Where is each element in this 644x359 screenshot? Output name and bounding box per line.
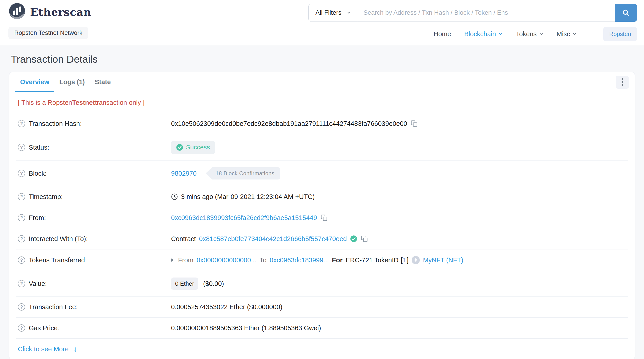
notice-text: [ This is a Ropsten — [18, 99, 72, 106]
more-options-button[interactable] — [616, 76, 629, 89]
arrow-down-icon: ↓ — [74, 345, 77, 353]
help-icon[interactable]: ? — [18, 235, 25, 242]
notice-bold: Testnet — [72, 99, 95, 106]
overview-rows: [ This is a Ropsten Testnet transaction … — [9, 92, 635, 359]
tab-overview[interactable]: Overview — [15, 72, 54, 92]
contract-prefix: Contract — [171, 235, 196, 243]
token-to-label: To — [260, 256, 266, 264]
search-input[interactable] — [358, 4, 615, 22]
search-button[interactable] — [615, 4, 637, 22]
nav-item-home[interactable]: Home — [434, 30, 451, 38]
row-tokens-transferred: ? Tokens Transferred: From 0x00000000000… — [16, 250, 628, 271]
row-label-text: Tokens Transferred: — [29, 256, 87, 264]
help-icon[interactable]: ? — [18, 280, 25, 287]
row-status: ? Status: Success — [16, 134, 628, 161]
etherscan-logo[interactable]: Etherscan — [8, 3, 92, 21]
token-name-link[interactable]: MyNFT (NFT) — [423, 256, 463, 264]
help-icon[interactable]: ? — [18, 120, 25, 127]
copy-icon — [411, 120, 418, 127]
search-filter-label: All Filters — [316, 9, 342, 16]
token-id-link[interactable]: 1 — [403, 256, 406, 264]
row-see-more: Click to see More ↓ — [16, 339, 628, 359]
row-label-text: Timestamp: — [29, 193, 63, 200]
bracket: [ — [401, 256, 402, 264]
from-address-link[interactable]: 0xc0963dc1839993fc65fa26cd2f9b6ae5a15154… — [171, 214, 317, 222]
contract-address-link[interactable]: 0x81c587eb0fe773404c42c1d2666b5f557c470e… — [199, 235, 347, 243]
tabs-bar: Overview Logs (1) State — [9, 72, 635, 92]
testnet-notice: [ This is a Ropsten Testnet transaction … — [16, 92, 628, 113]
search-icon — [622, 9, 630, 16]
help-icon[interactable]: ? — [18, 256, 25, 264]
caret-right-icon — [171, 258, 174, 262]
network-selector-button[interactable]: Ropsten — [603, 27, 637, 41]
row-timestamp: ? Timestamp: 3 mins ago (Mar-09-2021 12:… — [16, 186, 628, 207]
chevron-down-icon — [572, 32, 577, 36]
chevron-down-icon — [539, 32, 544, 36]
nav-label: Home — [434, 30, 451, 38]
value-usd: ($0.00) — [203, 280, 224, 288]
token-for-label: For — [332, 256, 342, 264]
etherscan-logo-text: Etherscan — [30, 6, 92, 18]
timestamp-value: 3 mins ago (Mar-09-2021 12:23:04 AM +UTC… — [181, 193, 315, 200]
nav-divider — [590, 28, 590, 40]
nav-label: Tokens — [516, 30, 537, 38]
token-to-address-link[interactable]: 0xc0963dc183999... — [270, 256, 329, 264]
copy-button[interactable] — [410, 120, 418, 128]
token-from-label: From — [178, 256, 194, 264]
see-more-text: Click to see More — [18, 345, 68, 353]
token-from-address-link[interactable]: 0x0000000000000... — [197, 256, 256, 264]
help-icon[interactable]: ? — [18, 214, 25, 222]
bracket: ] — [407, 256, 408, 264]
row-from: ? From: 0xc0963dc1839993fc65fa26cd2f9b6a… — [16, 207, 628, 228]
check-circle-icon — [176, 144, 183, 151]
etherscan-logo-icon — [8, 3, 27, 21]
nav-label: Misc — [557, 30, 570, 38]
see-more-link[interactable]: Click to see More ↓ — [18, 345, 77, 353]
nav-item-blockchain[interactable]: Blockchain — [464, 30, 502, 38]
copy-button[interactable] — [320, 214, 328, 222]
transaction-hash-value: 0x10e5062309de0cd0be7edc92e8dbab191aa279… — [171, 120, 407, 128]
help-icon[interactable]: ? — [18, 193, 25, 200]
nav-label: Blockchain — [464, 30, 496, 38]
help-icon[interactable]: ? — [18, 303, 25, 310]
row-block: ? Block: 9802970 18 Block Confirmations — [16, 161, 628, 186]
transaction-fee-value: 0.00052574353022 Ether ($0.000000) — [171, 303, 282, 311]
network-badge: Ropsten Testnet Network — [8, 27, 88, 39]
transaction-card: Overview Logs (1) State [ This is a Rops… — [9, 72, 635, 359]
nav-item-tokens[interactable]: Tokens — [516, 30, 544, 38]
row-interacted-with: ? Interacted With (To): Contract 0x81c58… — [16, 228, 628, 250]
row-transaction-hash: ? Transaction Hash: 0x10e5062309de0cd0be… — [16, 113, 628, 134]
block-confirmations-badge: 18 Block Confirmations — [206, 167, 280, 180]
help-icon[interactable]: ? — [18, 170, 25, 177]
copy-icon — [361, 236, 368, 242]
status-text: Success — [186, 144, 210, 151]
row-value: ? Value: 0 Ether ($0.00) — [16, 271, 628, 296]
token-standard: ERC-721 TokenID — [346, 256, 398, 264]
copy-icon — [321, 214, 328, 221]
chevron-down-icon — [346, 10, 352, 15]
site-header: Etherscan Ropsten Testnet Network All Fi… — [0, 0, 644, 45]
help-icon[interactable]: ? — [18, 144, 25, 151]
nav-item-misc[interactable]: Misc — [557, 30, 577, 38]
row-transaction-fee: ? Transaction Fee: 0.00052574353022 Ethe… — [16, 296, 628, 318]
row-label-text: Gas Price: — [29, 324, 59, 332]
kebab-icon — [622, 78, 623, 80]
search-filter-dropdown[interactable]: All Filters — [309, 4, 358, 22]
gas-price-value: 0.000000001889505363 Ether (1.889505363 … — [171, 324, 321, 332]
tab-logs[interactable]: Logs (1) — [54, 72, 90, 92]
row-label-text: Value: — [29, 280, 47, 288]
tab-state[interactable]: State — [90, 72, 116, 92]
copy-button[interactable] — [360, 235, 368, 243]
page-title: Transaction Details — [11, 54, 635, 65]
verified-check-icon — [350, 235, 357, 242]
main-nav: Home Blockchain Tokens Misc Ropsten — [434, 27, 637, 41]
row-label-text: Status: — [29, 144, 49, 151]
block-number-link[interactable]: 9802970 — [171, 170, 197, 177]
help-icon[interactable]: ? — [18, 324, 25, 332]
token-logo-icon — [412, 256, 420, 264]
row-label-text: From: — [29, 214, 46, 222]
row-label-text: Transaction Fee: — [29, 303, 78, 311]
chevron-down-icon — [498, 32, 503, 36]
status-badge: Success — [171, 141, 215, 154]
notice-text: transaction only ] — [95, 99, 144, 106]
